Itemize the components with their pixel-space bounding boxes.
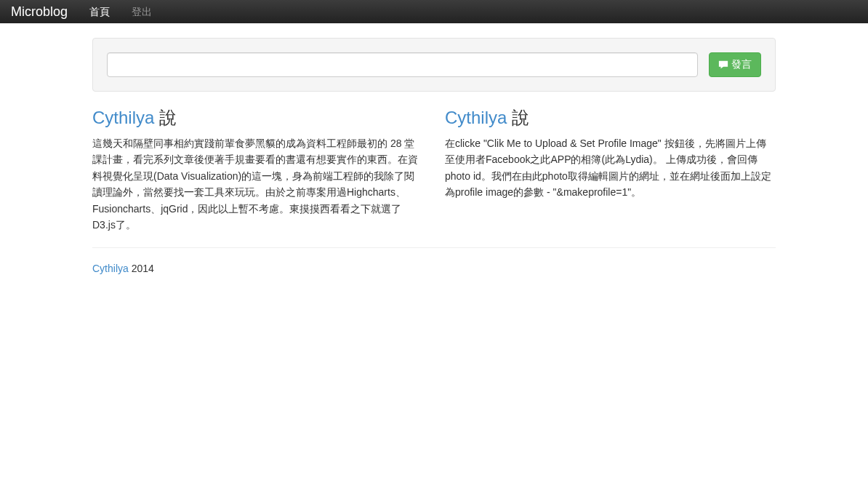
footer: Cythilya 2014 — [92, 263, 776, 289]
nav-home[interactable]: 首頁 — [79, 0, 121, 23]
brand-link[interactable]: Microblog — [0, 0, 79, 23]
posts-row: Cythilya 說 這幾天和隔壁同事相約實踐前輩食夢黑貘的成為資料工程師最初的… — [92, 106, 776, 233]
submit-label: 發言 — [731, 58, 752, 71]
footer-year: 2014 — [132, 263, 154, 274]
comment-icon — [718, 60, 728, 70]
divider — [92, 247, 776, 248]
submit-button[interactable]: 發言 — [709, 52, 761, 77]
main-container: 發言 Cythilya 說 這幾天和隔壁同事相約實踐前輩食夢黑貘的成為資料工程師… — [81, 38, 787, 289]
post-author[interactable]: Cythilya — [92, 108, 154, 127]
nav-logout[interactable]: 登出 — [121, 0, 163, 23]
post-body: 這幾天和隔壁同事相約實踐前輩食夢黑貘的成為資料工程師最初的 28 堂課計畫，看完… — [92, 135, 423, 233]
post-title: Cythilya 說 — [92, 106, 423, 129]
post-verb: 說 — [159, 108, 177, 127]
composer: 發言 — [92, 38, 776, 92]
post-body: 在clicke "Clik Me to Upload & Set Profile… — [445, 135, 776, 201]
post-title: Cythilya 說 — [445, 106, 776, 129]
post-input[interactable] — [107, 52, 698, 77]
post: Cythilya 說 這幾天和隔壁同事相約實踐前輩食夢黑貘的成為資料工程師最初的… — [92, 106, 423, 233]
post: Cythilya 說 在clicke "Clik Me to Upload & … — [445, 106, 776, 233]
post-author[interactable]: Cythilya — [445, 108, 507, 127]
navbar: Microblog 首頁 登出 — [0, 0, 868, 23]
footer-link[interactable]: Cythilya — [92, 263, 129, 274]
post-verb: 說 — [512, 108, 529, 127]
